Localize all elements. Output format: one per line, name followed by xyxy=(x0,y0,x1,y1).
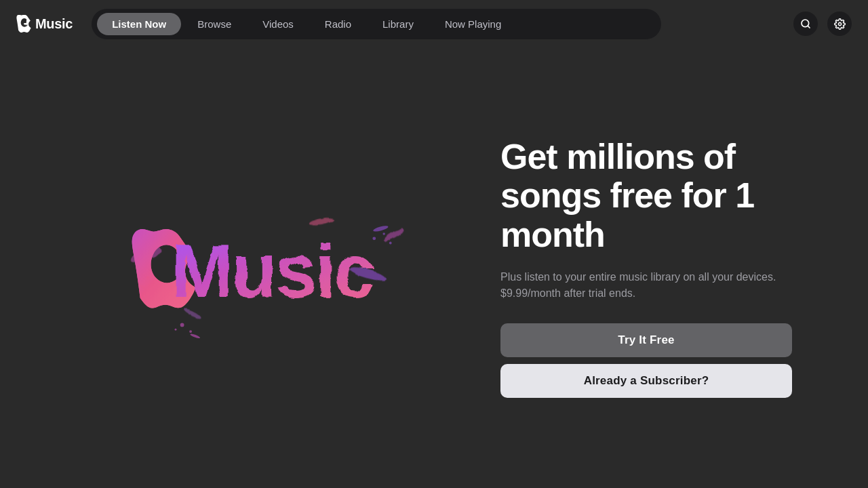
svg-point-5 xyxy=(309,217,335,228)
svg-point-18 xyxy=(152,283,154,285)
headline: Get millions of songs free for 1 month xyxy=(500,138,827,254)
apple-logo-icon xyxy=(16,15,31,33)
apple-music-logo-art: Music xyxy=(94,180,420,356)
svg-point-7 xyxy=(382,226,406,244)
svg-point-12 xyxy=(190,333,201,339)
nav-icons xyxy=(793,12,852,36)
gear-icon xyxy=(834,18,846,30)
svg-point-11 xyxy=(175,329,177,331)
nav-radio[interactable]: Radio xyxy=(310,13,366,35)
nav-pill: Listen Now Browse Videos Radio Library N… xyxy=(92,9,661,39)
svg-point-2 xyxy=(838,22,841,25)
svg-point-17 xyxy=(146,276,149,279)
settings-button[interactable] xyxy=(827,12,852,36)
svg-point-15 xyxy=(389,242,392,245)
svg-point-13 xyxy=(372,237,376,240)
try-it-free-button[interactable]: Try It Free xyxy=(500,323,792,357)
nav-videos[interactable]: Videos xyxy=(248,13,309,35)
svg-text:Music: Music xyxy=(171,229,374,312)
search-button[interactable] xyxy=(793,12,818,36)
subtext: Plus listen to your entire music library… xyxy=(500,269,785,302)
nav-browse[interactable]: Browse xyxy=(182,13,246,35)
svg-line-1 xyxy=(808,26,810,28)
svg-point-14 xyxy=(382,232,384,235)
main-content: Music Get millions of songs free xyxy=(0,47,868,488)
cta-area: Get millions of songs free for 1 month P… xyxy=(473,138,827,398)
svg-point-16 xyxy=(373,225,389,233)
svg-point-10 xyxy=(189,330,192,333)
logo-art-area: Music xyxy=(41,180,473,356)
nav-listen-now[interactable]: Listen Now xyxy=(97,13,181,35)
already-subscriber-button[interactable]: Already a Subscriber? xyxy=(500,364,792,398)
nav-library[interactable]: Library xyxy=(368,13,429,35)
app-name: Music xyxy=(35,16,73,32)
search-icon xyxy=(800,18,811,29)
nav-now-playing[interactable]: Now Playing xyxy=(430,13,516,35)
svg-point-9 xyxy=(180,323,184,327)
navbar: Music Listen Now Browse Videos Radio Lib… xyxy=(0,0,868,47)
app-logo: Music xyxy=(16,15,73,33)
